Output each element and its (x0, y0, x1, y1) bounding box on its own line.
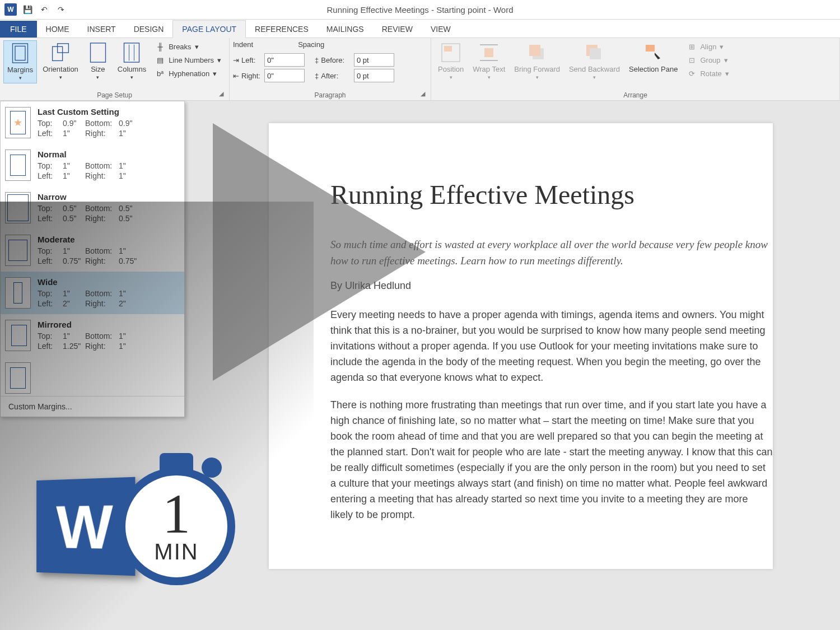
tab-mailings[interactable]: MAILINGS (318, 21, 373, 38)
group-paragraph: Indent Spacing ⇥ Left: ‡ Before: ⇤ Right… (230, 38, 431, 100)
margin-option-extra[interactable] (1, 357, 184, 396)
group-icon: ⊡ (687, 55, 697, 65)
svg-rect-10 (484, 48, 493, 57)
columns-button[interactable]: Columns▾ (114, 40, 150, 82)
orientation-button[interactable]: Orientation▾ (39, 40, 82, 82)
spacing-header: Spacing (298, 40, 324, 49)
spacing-before-input[interactable] (354, 53, 394, 67)
wrap-text-button[interactable]: Wrap Text▾ (469, 40, 508, 82)
document-subtitle[interactable]: So much time and effort is wasted at eve… (330, 237, 773, 269)
tab-file[interactable]: FILE (0, 21, 37, 38)
margin-option-wide[interactable]: Wide Top:1"Bottom:1" Left:2"Right:2" (1, 272, 184, 314)
wrap-text-icon (479, 43, 499, 63)
send-backward-button[interactable]: Send Backward▾ (566, 40, 623, 82)
orientation-icon (50, 43, 71, 63)
tab-insert[interactable]: INSERT (78, 21, 125, 38)
margin-option-mirrored[interactable]: Mirrored Top:1"Bottom:1" Left:1.25"Right… (1, 314, 184, 357)
bring-forward-button[interactable]: Bring Forward▾ (511, 40, 563, 82)
group-page-setup: Margins▾ Orientation▾ Size▾ Columns▾ ╫Br… (0, 38, 230, 100)
margin-option-normal[interactable]: Normal Top:1"Bottom:1" Left:1"Right:1" (1, 144, 184, 186)
save-icon[interactable]: 💾 (21, 3, 34, 16)
svg-rect-3 (58, 44, 69, 53)
line-numbers-icon: ▤ (155, 55, 165, 65)
margin-thumb-icon (5, 320, 31, 351)
tab-design[interactable]: DESIGN (125, 21, 173, 38)
document-title[interactable]: Running Effective Meetings (330, 179, 773, 210)
position-icon (441, 43, 461, 63)
svg-rect-17 (646, 45, 655, 52)
margin-thumb-icon (5, 150, 31, 181)
indent-header: Indent (233, 40, 253, 49)
document-page[interactable]: Running Effective Meetings So much time … (269, 123, 773, 569)
one-minute-badge: W 1 MIN (34, 468, 235, 585)
breaks-button[interactable]: ╫Breaks ▾ (152, 40, 225, 53)
badge-number: 1 (162, 489, 190, 539)
margins-icon (10, 43, 30, 63)
window-title: Running Effective Meetings - Starting po… (327, 5, 514, 15)
group-label-paragraph: Paragraph (233, 90, 427, 99)
align-icon: ⊞ (687, 41, 697, 52)
bring-forward-icon (527, 43, 547, 63)
rotate-icon: ⟳ (687, 68, 697, 78)
ribbon-tabs: FILE HOME INSERT DESIGN PAGE LAYOUT REFE… (0, 20, 840, 38)
group-arrange: Position▾ Wrap Text▾ Bring Forward▾ Send… (431, 38, 840, 100)
margins-dropdown: ★ Last Custom Setting Top:0.9"Bottom:0.9… (0, 101, 185, 417)
undo-icon[interactable]: ↶ (38, 3, 50, 16)
svg-rect-16 (590, 48, 601, 59)
group-button[interactable]: ⊡Group ▾ (683, 54, 732, 66)
breaks-icon: ╫ (155, 41, 165, 52)
hyphenation-button[interactable]: bªHyphenation ▾ (152, 67, 225, 80)
line-numbers-button[interactable]: ▤Line Numbers ▾ (152, 54, 225, 66)
group-label-page-setup: Page Setup (3, 90, 226, 99)
margin-thumb-icon (5, 362, 31, 394)
margin-thumb-icon (5, 235, 31, 266)
stopwatch-icon: 1 MIN (118, 468, 235, 585)
columns-icon (122, 43, 142, 63)
svg-rect-9 (444, 46, 452, 52)
margin-thumb-icon: ★ (5, 107, 31, 138)
rotate-button[interactable]: ⟳Rotate ▾ (683, 67, 732, 80)
hyphenation-icon: bª (155, 68, 165, 78)
columns-label: Columns (118, 65, 146, 73)
paragraph-dialog-launcher[interactable]: ◢ (421, 90, 428, 98)
redo-icon[interactable]: ↷ (55, 3, 67, 16)
page-setup-dialog-launcher[interactable]: ◢ (219, 90, 227, 98)
tab-references[interactable]: REFERENCES (246, 21, 318, 38)
tab-page-layout[interactable]: PAGE LAYOUT (172, 20, 246, 38)
document-paragraph-1[interactable]: Every meeting needs to have a proper age… (330, 307, 773, 385)
indent-right-label: ⇤ Right: (233, 72, 262, 80)
selection-pane-icon (643, 43, 664, 63)
document-byline[interactable]: By Ulrika Hedlund (330, 280, 773, 292)
size-icon (88, 43, 108, 63)
quick-access-toolbar: W 💾 ↶ ↷ (0, 3, 72, 16)
indent-left-label: ⇥ Left: (233, 56, 262, 64)
indent-right-input[interactable] (264, 69, 305, 82)
margins-button[interactable]: Margins▾ (3, 40, 37, 83)
margin-option-narrow[interactable]: Narrow Top:0.5"Bottom:0.5" Left:0.5"Righ… (1, 186, 184, 229)
margin-thumb-icon (5, 192, 31, 223)
size-button[interactable]: Size▾ (84, 40, 112, 82)
svg-rect-4 (90, 43, 105, 62)
orientation-label: Orientation (43, 65, 78, 73)
send-backward-icon (584, 43, 604, 63)
position-button[interactable]: Position▾ (435, 40, 467, 82)
margin-option-moderate[interactable]: Moderate Top:1"Bottom:1" Left:0.75"Right… (1, 229, 184, 272)
margin-option-last-custom[interactable]: ★ Last Custom Setting Top:0.9"Bottom:0.9… (1, 101, 184, 144)
svg-rect-14 (529, 45, 540, 56)
custom-margins-button[interactable]: Custom Margins... (1, 396, 184, 417)
selection-pane-button[interactable]: Selection Pane (626, 40, 681, 76)
spacing-before-label: ‡ Before: (315, 56, 352, 64)
ribbon-content: Margins▾ Orientation▾ Size▾ Columns▾ ╫Br… (0, 38, 840, 101)
title-bar: W 💾 ↶ ↷ Running Effective Meetings - Sta… (0, 0, 840, 20)
word-app-icon[interactable]: W (4, 3, 17, 16)
margins-label: Margins (7, 66, 33, 74)
spacing-after-input[interactable] (354, 69, 394, 82)
size-label: Size (91, 65, 105, 73)
group-label-arrange: Arrange (435, 90, 836, 99)
tab-home[interactable]: HOME (37, 21, 78, 38)
align-button[interactable]: ⊞Align ▾ (683, 40, 732, 53)
tab-view[interactable]: VIEW (422, 21, 460, 38)
tab-review[interactable]: REVIEW (373, 21, 422, 38)
document-paragraph-2[interactable]: There is nothing more frustrating than m… (330, 398, 773, 522)
indent-left-input[interactable] (264, 53, 305, 67)
